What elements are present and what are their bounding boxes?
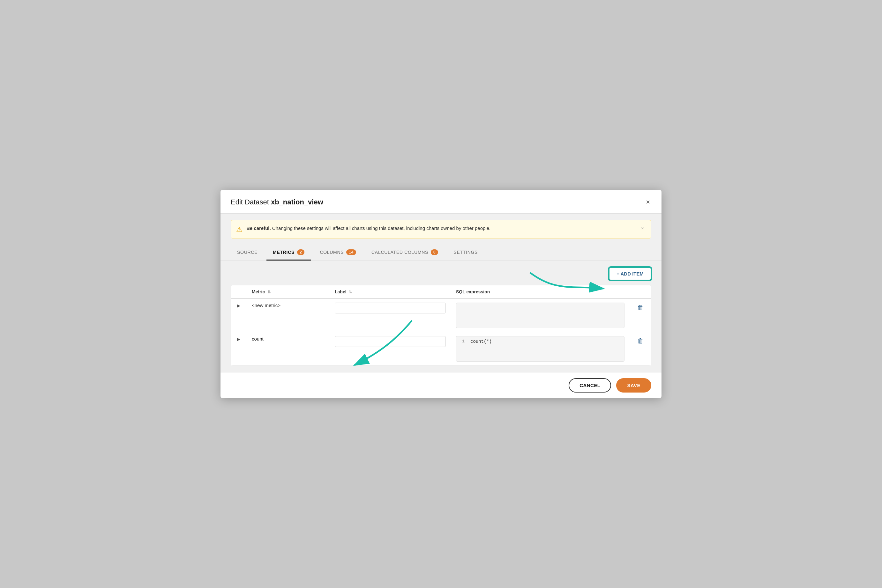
title-name: xb_nation_view	[271, 198, 323, 206]
tab-calculated-columns-label: CALCULATED COLUMNS	[371, 250, 428, 255]
row1-metric-cell: <new metric>	[246, 298, 330, 332]
close-button[interactable]: ×	[645, 197, 651, 207]
tab-settings[interactable]: SETTINGS	[447, 245, 484, 260]
row2-expand-cell: ▶	[231, 332, 246, 366]
sql-line: 1 count(*)	[456, 339, 624, 344]
warning-banner: ⚠ Be careful. Changing these settings wi…	[231, 220, 651, 238]
th-actions	[630, 285, 651, 298]
row1-expand-button[interactable]: ▶	[236, 303, 242, 309]
warning-icon: ⚠	[236, 225, 242, 234]
row1-label-cell	[330, 298, 451, 332]
row1-metric-name: <new metric>	[252, 303, 281, 308]
metrics-table: Metric ⇅ Label ⇅ SQL expression	[231, 285, 651, 366]
table-row: ▶ <new metric> 🗑	[231, 298, 651, 332]
tabs-bar: SOURCE METRICS 2 COLUMNS 14 CALCULATED C…	[221, 245, 661, 261]
row2-expand-button[interactable]: ▶	[236, 336, 242, 342]
row2-label-cell	[330, 332, 451, 366]
row2-sql-cell: 1 count(*)	[451, 332, 630, 366]
row2-metric-cell: count	[246, 332, 330, 366]
row1-sql-cell	[451, 298, 630, 332]
row1-expand-cell: ▶	[231, 298, 246, 332]
sql-code: count(*)	[468, 339, 494, 344]
th-label-label: Label	[335, 289, 347, 294]
tab-columns[interactable]: COLUMNS 14	[313, 245, 362, 261]
warning-normal: Changing these settings will affect all …	[271, 225, 490, 231]
sql-line-num: 1	[456, 339, 468, 344]
row1-label-input[interactable]	[335, 303, 446, 314]
row2-metric-name: count	[252, 336, 264, 342]
modal-header: Edit Dataset xb_nation_view ×	[221, 190, 661, 214]
row2-delete-button[interactable]: 🗑	[635, 336, 646, 346]
th-metric: Metric ⇅	[246, 285, 330, 298]
metric-sort-icon: ⇅	[267, 290, 270, 294]
modal-title: Edit Dataset xb_nation_view	[231, 198, 323, 206]
tab-metrics-label: METRICS	[273, 250, 295, 255]
row2-delete-cell: 🗑	[630, 332, 651, 366]
content-area: + ADD ITEM Metric ⇅ Label ⇅ SQL expressi…	[221, 261, 661, 372]
table-row: ▶ count 1 count(*)	[231, 332, 651, 366]
toolbar: + ADD ITEM	[231, 267, 651, 280]
tab-calculated-columns[interactable]: CALCULATED COLUMNS 0	[365, 245, 445, 261]
th-sql-label: SQL expression	[456, 289, 490, 294]
add-item-button[interactable]: + ADD ITEM	[609, 267, 651, 280]
title-prefix: Edit Dataset	[231, 198, 271, 206]
modal-footer: CANCEL SAVE	[221, 372, 661, 398]
warning-text: Be careful. Changing these settings will…	[246, 225, 636, 232]
row1-delete-cell: 🗑	[630, 298, 651, 332]
th-expand	[231, 285, 246, 298]
warning-close-button[interactable]: ×	[639, 225, 646, 232]
warning-bold: Be careful.	[246, 225, 271, 231]
tab-source-label: SOURCE	[237, 250, 257, 255]
row1-sql-editor[interactable]	[456, 303, 625, 328]
table-header-row: Metric ⇅ Label ⇅ SQL expression	[231, 285, 651, 298]
th-label: Label ⇅	[330, 285, 451, 298]
tab-settings-label: SETTINGS	[454, 250, 478, 255]
th-metric-label: Metric	[252, 289, 265, 294]
cancel-button[interactable]: CANCEL	[569, 378, 611, 393]
row2-sql-editor[interactable]: 1 count(*)	[456, 336, 625, 362]
tab-columns-badge: 14	[346, 249, 356, 255]
row2-label-input[interactable]	[335, 336, 446, 347]
tab-source[interactable]: SOURCE	[231, 245, 264, 260]
tab-metrics-badge: 2	[297, 249, 304, 255]
tab-columns-label: COLUMNS	[320, 250, 344, 255]
tab-calculated-columns-badge: 0	[431, 249, 438, 255]
th-sql: SQL expression	[451, 285, 630, 298]
row1-delete-button[interactable]: 🗑	[635, 303, 646, 312]
label-sort-icon: ⇅	[349, 290, 352, 294]
save-button[interactable]: SAVE	[616, 378, 651, 393]
tab-metrics[interactable]: METRICS 2	[266, 245, 311, 261]
